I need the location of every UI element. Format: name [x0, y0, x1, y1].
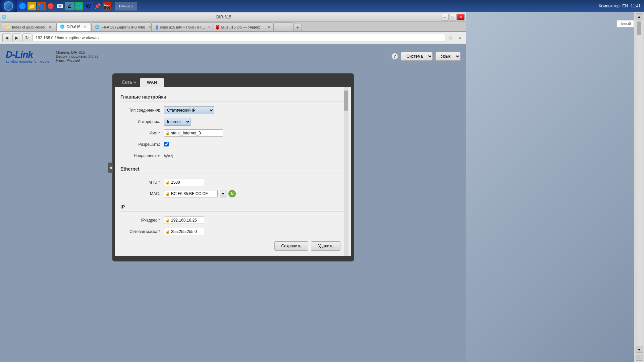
interface-select[interactable]: Internet	[164, 118, 191, 126]
help-icon[interactable]: ?	[391, 53, 398, 60]
close-button[interactable]: ✕	[457, 14, 465, 20]
collapse-arrow[interactable]: ◀	[108, 163, 113, 173]
interface-row: Интерфейс: Internet	[120, 117, 346, 126]
allow-checkbox[interactable]	[164, 142, 169, 146]
mtu-input[interactable]	[164, 179, 204, 186]
minimize-button[interactable]: ─	[441, 14, 448, 20]
tab-1[interactable]: 🌐 DIR-615 ✕	[56, 22, 91, 31]
tab-2-close[interactable]: ✕	[147, 25, 152, 29]
save-button[interactable]: Сохранить	[274, 241, 309, 251]
mac-lock-icon: 🔒	[165, 192, 170, 196]
forward-button[interactable]: ▶	[12, 34, 21, 42]
browser-title: DIR-615	[6, 15, 441, 19]
connection-type-label: Тип соединения:	[120, 108, 164, 113]
mac-refresh-button[interactable]: ↻	[228, 190, 236, 197]
subnet-mask-input[interactable]	[164, 228, 204, 235]
mac-dropdown-button[interactable]: ▼	[220, 190, 226, 197]
sidebar-zoom-plus[interactable]: +	[636, 355, 643, 361]
taskbar-icon-8[interactable]: W	[84, 2, 93, 10]
router-page: D-Link Building Networks for People Моде…	[0, 44, 466, 362]
tab-2[interactable]: 🌐 FIFA 13 (English) [PS Vita] ✕	[91, 22, 152, 31]
language-dropdown[interactable]: Язык	[435, 52, 461, 61]
system-dropdown[interactable]: Система	[401, 52, 433, 61]
dlink-info: Модель: DIR-615 Версия прошивки: 1.0.22 …	[56, 50, 99, 62]
tab-1-close[interactable]: ✕	[83, 24, 87, 29]
start-button[interactable]	[0, 0, 17, 12]
ethernet-section: Ethernet MTU:* 🔒	[120, 164, 346, 198]
language-value: Русский	[66, 58, 80, 62]
right-panel: ▲ ▼ + Новый	[466, 12, 644, 362]
main-panel: ◀ Сеть » WAN Главные настройки	[112, 73, 354, 261]
name-row: Имя:* 🔒	[120, 129, 346, 137]
wan-tab[interactable]: WAN	[140, 78, 164, 87]
taskbar-icon-10[interactable]: 📷	[103, 2, 111, 10]
connection-type-select[interactable]: Статический IP	[164, 106, 214, 114]
browser-controls: ─ □ ✕	[441, 14, 465, 20]
tab-0-label: Index of /pub/Router	[12, 25, 46, 29]
subnet-mask-label: Сетевая маска:*	[120, 229, 164, 234]
address-input[interactable]	[33, 34, 445, 42]
language-label: EN	[622, 4, 628, 8]
taskbar-icon-4[interactable]: 🔴	[46, 2, 55, 10]
sidebar-scroll-area	[637, 21, 642, 345]
name-label: Имя:*	[120, 131, 164, 135]
ip-address-label: IP-адрес:*	[120, 218, 164, 223]
allow-row: Разрешить:	[120, 140, 346, 149]
sidebar-scroll-up[interactable]: ▲	[636, 13, 643, 19]
subnet-mask-row: Сетевая маска:* 🔒	[120, 227, 346, 236]
allow-field	[164, 142, 346, 147]
firmware-version[interactable]: 1.0.22	[88, 54, 99, 58]
panel-breadcrumb[interactable]: Сеть »	[118, 77, 140, 87]
browser-menu-button[interactable]: ≡	[456, 34, 464, 42]
mtu-input-wrapper: 🔒	[164, 179, 204, 186]
maximize-button[interactable]: □	[449, 14, 457, 20]
taskbar-icon-6[interactable]: Z	[65, 2, 74, 10]
subnet-lock-icon: 🔒	[165, 230, 170, 234]
name-input[interactable]	[164, 129, 223, 137]
taskbar-icon-5[interactable]: 📧	[56, 2, 64, 10]
tab-0-close[interactable]: ✕	[48, 25, 52, 29]
sidebar-scroll-down[interactable]: ▼	[636, 347, 643, 353]
refresh-button[interactable]: ↻	[22, 34, 31, 42]
tab-3-label: asus u15 iptv – Поиск в Г...	[160, 25, 205, 29]
browser-taskbar-btn[interactable]: DIR-615	[115, 2, 137, 10]
mac-input-wrapper: 🔒	[164, 190, 218, 197]
dlink-firmware: Версия прошивки: 1.0.22	[56, 54, 99, 58]
tab-4[interactable]: Я asus u15 iptv — Яндекс:... ✕	[213, 22, 273, 31]
back-button[interactable]: ◀	[2, 34, 11, 42]
panel-content: Главные настройки Тип соединения: Статич…	[115, 87, 351, 256]
sidebar-scroll-thumb	[637, 21, 641, 35]
mtu-lock-icon: 🔒	[165, 180, 170, 185]
mac-input[interactable]	[164, 190, 218, 197]
taskbar-programs: 🌐 📁 🔵 🔴 📧 Z 🌐 W 📌 📷 DIR-615	[17, 2, 595, 10]
taskbar-icon-3[interactable]: 🔵	[37, 2, 46, 10]
panel-scrollbar[interactable]	[344, 87, 348, 256]
taskbar-icon-2[interactable]: 📁	[28, 2, 36, 10]
tab-0[interactable]: 📁 Index of /pub/Router ✕	[2, 22, 56, 31]
taskbar-icon-1[interactable]: 🌐	[18, 2, 27, 10]
direction-value: WAN	[164, 154, 173, 159]
tab-1-label: DIR-615	[67, 25, 80, 29]
ip-address-input[interactable]	[164, 217, 204, 224]
subnet-mask-field: 🔒	[164, 228, 346, 235]
new-tab-button[interactable]: +	[294, 24, 302, 31]
interface-label: Интерфейс:	[120, 119, 164, 124]
dlink-language-info: Язык: Русский	[56, 58, 99, 62]
bookmark-star[interactable]: ☆	[446, 34, 454, 42]
tab-4-close[interactable]: ✕	[267, 25, 271, 29]
dlink-header: D-Link Building Networks for People Моде…	[6, 49, 461, 67]
tab-3[interactable]: G asus u15 iptv – Поиск в Г... ✕	[152, 22, 212, 31]
browser-window: 🌐 DIR-615 ─ □ ✕ 📁 Index of /pub/Router ✕…	[0, 12, 466, 362]
tab-3-close[interactable]: ✕	[207, 25, 212, 29]
taskbar-icon-7[interactable]: 🌐	[74, 2, 83, 10]
taskbar: 🌐 📁 🔵 🔴 📧 Z 🌐 W 📌 📷 DIR-615 Компьютер EN…	[0, 0, 644, 12]
connection-type-row: Тип соединения: Статический IP	[120, 106, 346, 115]
dlink-logo-text: D-Link	[6, 49, 49, 60]
tab-5[interactable]	[273, 22, 293, 31]
taskbar-icon-9[interactable]: 📌	[93, 2, 102, 10]
tab-4-favicon: Я	[216, 25, 219, 29]
delete-button[interactable]: Удалить	[311, 241, 340, 251]
browser-title-icon: 🌐	[2, 15, 6, 19]
browser-titlebar: 🌐 DIR-615 ─ □ ✕	[0, 12, 466, 22]
mac-label: MAC:	[120, 191, 164, 196]
